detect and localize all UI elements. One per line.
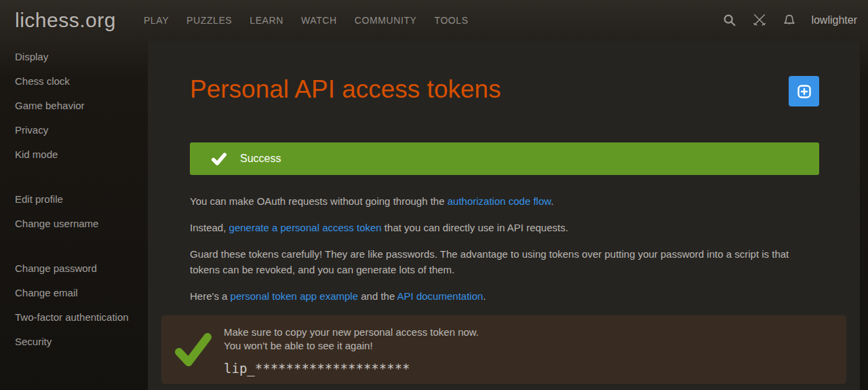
link-api-documentation[interactable]: API documentation — [397, 290, 484, 302]
sidebar-item-security[interactable]: Security — [0, 330, 148, 354]
link-generate-personal-access-token[interactable]: generate a personal access token — [229, 222, 382, 233]
check-icon — [212, 153, 226, 165]
paragraph-text: that you can directly use in API request… — [382, 222, 568, 233]
paragraph-text: and the — [358, 290, 397, 302]
paragraph-text: Guard these tokens carefully! They are l… — [190, 248, 789, 275]
site-logo[interactable]: lichess.org — [15, 9, 116, 32]
challenges-crossed-swords-icon[interactable] — [751, 12, 768, 28]
sidebar-item-two-factor-authentication[interactable]: Two-factor authentication — [0, 305, 148, 330]
token-note-line1: Make sure to copy your new personal acce… — [224, 326, 479, 339]
page-header-row: Personal API access tokens — [190, 41, 819, 104]
nav-item-community[interactable]: COMMUNITY — [346, 8, 426, 33]
paragraph-text: Instead, — [190, 222, 229, 233]
paragraph-guard: Guard these tokens carefully! They are l… — [190, 246, 819, 277]
big-check-icon — [174, 332, 213, 368]
nav-item-puzzles[interactable]: PUZZLES — [178, 8, 241, 33]
page-title: Personal API access tokens — [190, 41, 819, 104]
link-authorization-code-flow[interactable]: authorization code flow — [448, 195, 551, 207]
sidebar-group-profile: Edit profile Change username — [0, 187, 148, 236]
paragraph-text: . — [551, 195, 553, 207]
navbar-right: lowlighter — [708, 12, 868, 28]
sidebar-item-change-email[interactable]: Change email — [0, 281, 148, 305]
sidebar-group-security: Change password Change email Two-factor … — [0, 256, 148, 354]
settings-sidebar: Display Chess clock Game behavior Privac… — [0, 41, 148, 390]
nav-item-tools[interactable]: TOOLS — [425, 8, 477, 33]
nav-item-watch[interactable]: WATCH — [292, 8, 346, 33]
paragraph-instead: Instead, generate a personal access toke… — [190, 220, 819, 235]
token-value: lip_******************** — [224, 361, 479, 376]
sidebar-item-kid-mode[interactable]: Kid mode — [0, 142, 148, 167]
paragraph-docs: Here's a personal token app example and … — [190, 288, 819, 304]
sidebar-item-chess-clock[interactable]: Chess clock — [0, 69, 148, 94]
main-nav: PLAY PUZZLES LEARN WATCH COMMUNITY TOOLS — [135, 8, 477, 33]
link-personal-token-app-example[interactable]: personal token app example — [231, 290, 358, 302]
sidebar-item-display[interactable]: Display — [0, 45, 148, 69]
plus-square-icon — [796, 83, 812, 100]
success-banner: Success — [190, 142, 819, 175]
sidebar-item-change-password[interactable]: Change password — [0, 256, 148, 281]
paragraph-text: . — [483, 290, 486, 302]
sidebar-item-change-username[interactable]: Change username — [0, 212, 148, 236]
new-token-box: Make sure to copy your new personal acce… — [161, 315, 846, 384]
notifications-bell-icon[interactable] — [781, 12, 797, 28]
success-banner-label: Success — [240, 153, 281, 165]
token-note-line2: You won’t be able to see it again! — [224, 339, 479, 353]
nav-item-learn[interactable]: LEARN — [241, 8, 292, 33]
nav-item-play[interactable]: PLAY — [135, 8, 178, 33]
search-icon[interactable] — [722, 12, 738, 28]
sidebar-item-game-behavior[interactable]: Game behavior — [0, 94, 148, 118]
sidebar-item-privacy[interactable]: Privacy — [0, 118, 148, 142]
username-link[interactable]: lowlighter — [811, 14, 857, 26]
top-navbar: lichess.org PLAY PUZZLES LEARN WATCH COM… — [0, 0, 868, 41]
paragraph-text: Here's a — [190, 290, 231, 302]
content-panel: Personal API access tokens Success You c… — [148, 41, 860, 390]
body-copy: You can make OAuth requests without goin… — [190, 193, 819, 304]
sidebar-item-edit-profile[interactable]: Edit profile — [0, 187, 148, 212]
sidebar-group-preferences: Display Chess clock Game behavior Privac… — [0, 45, 148, 167]
token-box-text: Make sure to copy your new personal acce… — [224, 324, 479, 376]
paragraph-text: You can make OAuth requests without goin… — [190, 195, 448, 207]
paragraph-oauth: You can make OAuth requests without goin… — [190, 193, 819, 209]
new-token-button[interactable] — [789, 76, 819, 106]
